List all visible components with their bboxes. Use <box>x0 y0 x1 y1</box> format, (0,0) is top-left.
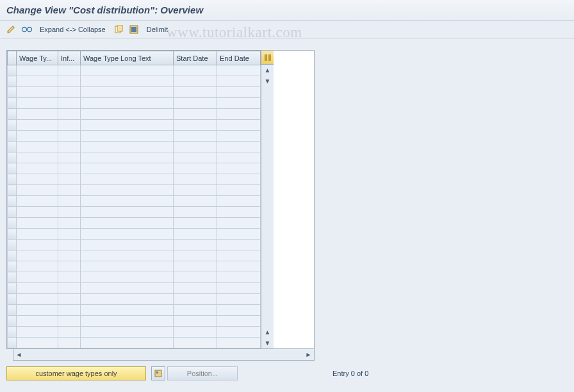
cell-wage-long[interactable] <box>81 152 174 163</box>
cell-inf[interactable] <box>58 87 81 98</box>
row-selector[interactable] <box>8 338 17 348</box>
cell-start-date[interactable] <box>174 272 217 283</box>
cell-wage-type[interactable] <box>17 98 58 109</box>
cell-end-date[interactable] <box>217 305 261 316</box>
cell-inf[interactable] <box>58 196 81 207</box>
row-selector[interactable] <box>8 316 17 327</box>
cell-inf[interactable] <box>58 207 81 218</box>
table-row[interactable] <box>8 294 261 305</box>
scroll-up-icon[interactable]: ▲ <box>261 65 274 76</box>
table-row[interactable] <box>8 218 261 229</box>
cell-inf[interactable] <box>58 338 81 348</box>
cell-inf[interactable] <box>58 109 81 120</box>
col-wage-type[interactable]: Wage Ty... <box>17 51 58 65</box>
cell-wage-long[interactable] <box>81 120 174 131</box>
cell-start-date[interactable] <box>174 87 217 98</box>
cell-wage-long[interactable] <box>81 272 174 283</box>
cell-wage-long[interactable] <box>81 338 174 348</box>
glasses-icon[interactable] <box>20 24 33 35</box>
cell-inf[interactable] <box>58 250 81 261</box>
cell-wage-long[interactable] <box>81 76 174 87</box>
table-row[interactable] <box>8 163 261 174</box>
cell-inf[interactable] <box>58 327 81 338</box>
cell-wage-type[interactable] <box>17 272 58 283</box>
cell-inf[interactable] <box>58 131 81 142</box>
cell-inf[interactable] <box>58 316 81 327</box>
cell-end-date[interactable] <box>217 229 261 240</box>
row-selector[interactable] <box>8 272 17 283</box>
position-icon[interactable] <box>151 366 165 380</box>
cell-wage-type[interactable] <box>17 229 58 240</box>
cell-start-date[interactable] <box>174 305 217 316</box>
cell-start-date[interactable] <box>174 152 217 163</box>
cell-end-date[interactable] <box>217 294 261 305</box>
table-row[interactable] <box>8 305 261 316</box>
cell-start-date[interactable] <box>174 229 217 240</box>
cell-wage-type[interactable] <box>17 305 58 316</box>
cell-inf[interactable] <box>58 163 81 174</box>
cell-inf[interactable] <box>58 272 81 283</box>
cell-wage-long[interactable] <box>81 196 174 207</box>
table-row[interactable] <box>8 196 261 207</box>
table-row[interactable] <box>8 272 261 283</box>
cell-wage-long[interactable] <box>81 294 174 305</box>
row-selector[interactable] <box>8 240 17 250</box>
row-selector[interactable] <box>8 294 17 305</box>
table-row[interactable] <box>8 250 261 261</box>
cell-end-date[interactable] <box>217 250 261 261</box>
vertical-scrollbar[interactable]: ▲ ▼ ▲ ▼ <box>261 51 274 348</box>
customer-wage-types-button[interactable]: customer wage types only <box>6 366 146 380</box>
row-selector[interactable] <box>8 65 17 76</box>
row-selector[interactable] <box>8 163 17 174</box>
table-row[interactable] <box>8 152 261 163</box>
cell-inf[interactable] <box>58 240 81 250</box>
row-selector[interactable] <box>8 152 17 163</box>
cell-inf[interactable] <box>58 283 81 294</box>
scroll-track-v[interactable] <box>261 86 274 327</box>
row-selector[interactable] <box>8 98 17 109</box>
cell-start-date[interactable] <box>174 131 217 142</box>
table-row[interactable] <box>8 185 261 196</box>
cell-wage-type[interactable] <box>17 120 58 131</box>
cell-inf[interactable] <box>58 294 81 305</box>
cell-inf[interactable] <box>58 185 81 196</box>
cell-start-date[interactable] <box>174 109 217 120</box>
cell-start-date[interactable] <box>174 207 217 218</box>
row-selector[interactable] <box>8 196 17 207</box>
table-row[interactable] <box>8 98 261 109</box>
cell-start-date[interactable] <box>174 218 217 229</box>
cell-wage-long[interactable] <box>81 316 174 327</box>
cell-start-date[interactable] <box>174 185 217 196</box>
cell-end-date[interactable] <box>217 87 261 98</box>
scroll-down-icon[interactable]: ▼ <box>261 76 274 86</box>
cell-end-date[interactable] <box>217 338 261 348</box>
horizontal-scrollbar[interactable]: ◄ ► <box>13 349 315 361</box>
row-selector[interactable] <box>8 207 17 218</box>
row-selector[interactable] <box>8 185 17 196</box>
cell-end-date[interactable] <box>217 283 261 294</box>
row-selector[interactable] <box>8 218 17 229</box>
cell-wage-type[interactable] <box>17 65 58 76</box>
cell-inf[interactable] <box>58 229 81 240</box>
cell-end-date[interactable] <box>217 196 261 207</box>
cell-end-date[interactable] <box>217 327 261 338</box>
cell-wage-type[interactable] <box>17 327 58 338</box>
table-row[interactable] <box>8 240 261 250</box>
cell-end-date[interactable] <box>217 142 261 152</box>
cell-start-date[interactable] <box>174 76 217 87</box>
cell-inf[interactable] <box>58 261 81 272</box>
cell-wage-long[interactable] <box>81 207 174 218</box>
cell-end-date[interactable] <box>217 207 261 218</box>
cell-wage-long[interactable] <box>81 218 174 229</box>
row-selector[interactable] <box>8 229 17 240</box>
cell-wage-long[interactable] <box>81 87 174 98</box>
table-row[interactable] <box>8 229 261 240</box>
table-row[interactable] <box>8 142 261 152</box>
cell-wage-type[interactable] <box>17 87 58 98</box>
select-all-header[interactable] <box>8 51 17 65</box>
cell-wage-long[interactable] <box>81 65 174 76</box>
col-start-date[interactable]: Start Date <box>174 51 217 65</box>
cell-wage-type[interactable] <box>17 131 58 142</box>
cell-start-date[interactable] <box>174 283 217 294</box>
scroll-left-icon[interactable]: ◄ <box>13 349 24 360</box>
